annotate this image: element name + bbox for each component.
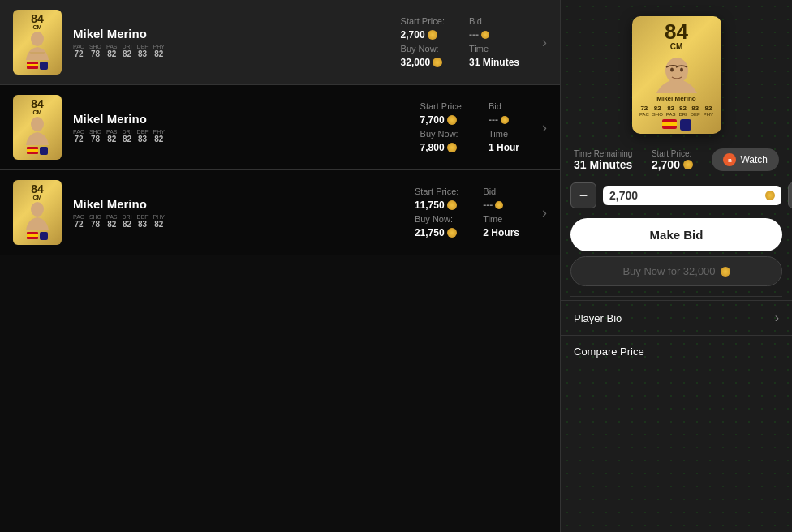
svg-point-1 [31,117,44,131]
price-col-bid-2: Bid --- Time 1 Hour [489,101,519,153]
card-rating-1: 84 [31,13,44,24]
large-card-container: 84 CM Mikel Merino 72PAC [561,0,792,142]
start-price-label-1: Start Price: [401,16,445,26]
coin-icon-2 [433,58,442,67]
large-card-rating: 84 [665,21,688,42]
player-row-1[interactable]: 84 CM Mikel Merino PAC72 SHO78 PAS82 DRI… [0,0,560,85]
time-value-1: 31 Minutes [469,57,519,68]
chevron-icon-3: › [542,204,547,221]
buy-now-coin-icon [721,267,730,277]
bid-minus-button[interactable]: − [570,182,596,208]
player-bio-row[interactable]: Player Bio › [561,300,792,335]
start-price-rp-value: 2,700 [652,158,693,171]
start-price-label-3: Start Price: [415,187,458,196]
player-card-mini-1: 84 CM [13,10,62,75]
player-bio-label: Player Bio [574,312,622,324]
start-price-col: Start Price: 2,700 [652,149,693,171]
flag-bar-2 [27,147,48,155]
start-price-rp-label: Start Price: [652,149,691,158]
flag-bar-3 [27,232,48,240]
buy-now-button[interactable]: Buy Now for 32,000 [570,256,782,286]
coin-icon-6 [501,116,509,124]
time-label-2: Time [489,129,519,139]
time-value-2: 1 Hour [489,142,519,153]
chevron-icon-1: › [542,34,547,51]
price-col-bid-3: Bid --- Time 2 Hours [483,187,519,238]
buy-now-label-1: Buy Now: [401,44,445,54]
card-position-3: CM [33,195,42,200]
coin-icon-1 [428,30,437,40]
start-price-number: 2,700 [652,158,680,171]
card-rating-3: 84 [31,183,44,195]
n-notification-icon: n [723,153,736,166]
left-panel-empty [0,255,560,532]
bid-coin-icon [765,191,775,200]
player-info-3: Mikel Merino PAC72 SHO78 PAS82 DRI82 DEF… [73,197,415,229]
info-row: Time Remaining 31 Minutes Start Price: 2… [561,142,792,178]
bid-value-3: --- [483,200,519,211]
svg-point-2 [31,202,44,217]
time-remaining-col: Time Remaining 31 Minutes [574,149,632,171]
buy-now-value-1: 32,000 [401,57,445,68]
buy-now-label-3: Buy Now: [415,214,458,224]
player-name-1: Mikel Merino [73,27,401,41]
bid-label-3: Bid [483,187,519,196]
fifa-card-large: 84 CM Mikel Merino 72PAC [632,16,721,134]
price-col-start-2: Start Price: 7,700 Buy Now: 7,800 [420,101,464,153]
compare-price-row[interactable]: Compare Price [561,335,792,367]
bid-input[interactable] [609,189,762,202]
price-col-start-3: Start Price: 11,750 Buy Now: 21,750 [415,187,458,238]
large-card-position: CM [670,42,683,51]
player-card-mini-3: 84 CM [13,180,62,245]
large-card-stats: 72PAC 82SHO 82PAS 82DRI 83DEF 82PHY [639,105,713,117]
player-row-2[interactable]: 84 CM Mikel Merino PAC72 SHO78 PAS82 DRI… [0,85,560,170]
player-silhouette-1 [21,31,54,60]
card-position-2: CM [33,109,42,115]
flag-bar-1 [27,62,48,70]
coin-icon-4 [447,115,457,125]
make-bid-button[interactable]: Make Bid [570,218,782,251]
player-silhouette-3 [21,201,54,230]
left-panel: 84 CM Mikel Merino PAC72 SHO78 PAS82 DRI… [0,0,560,532]
bid-input-container [603,186,781,205]
buy-now-text: Buy Now for 32,000 [622,265,715,277]
price-col-start-1: Start Price: 2,700 Buy Now: 32,000 [401,16,445,68]
right-panel-content: 84 CM Mikel Merino 72PAC [561,0,792,532]
svg-point-4 [670,68,674,72]
divider-1 [570,296,782,297]
bid-label-2: Bid [489,101,519,111]
chevron-icon-2: › [542,119,547,136]
bid-label-1: Bid [469,16,519,26]
start-price-value-3: 11,750 [415,200,458,211]
bid-plus-button[interactable]: + [788,182,792,208]
svg-point-5 [680,68,683,72]
player-name-3: Mikel Merino [73,197,415,211]
price-section-1: Start Price: 2,700 Buy Now: 32,000 Bid -… [401,16,519,68]
player-name-2: Mikel Merino [73,112,420,126]
player-info-2: Mikel Merino PAC72 SHO78 PAS82 DRI82 DEF… [73,112,420,144]
card-position-1: CM [33,24,42,30]
coin-icon-7 [447,200,457,210]
buy-now-value-3: 21,750 [415,227,458,238]
watch-button[interactable]: n Watch [712,148,779,171]
stats-row-1: PAC72 SHO78 PAS82 DRI82 DEF83 PHY82 [73,44,401,58]
card-rating-2: 84 [31,98,44,109]
stats-row-3: PAC72 SHO78 PAS82 DRI82 DEF83 PHY82 [73,214,415,229]
start-price-value-2: 7,700 [420,114,464,126]
player-bio-chevron: › [775,311,779,325]
coin-icon-rp [683,160,693,169]
large-card-flags [662,119,691,131]
coin-icon-3 [481,31,489,39]
time-remaining-label: Time Remaining [574,149,632,158]
coin-icon-8 [447,228,457,238]
time-label-3: Time [483,214,519,224]
svg-point-0 [31,32,44,46]
large-card-face [648,53,705,93]
price-col-bid-1: Bid --- Time 31 Minutes [469,16,519,68]
buy-now-label-2: Buy Now: [420,129,464,139]
player-card-mini-2: 84 CM [13,95,62,160]
player-silhouette-2 [21,116,54,145]
bid-value-2: --- [489,114,519,126]
right-panel: 84 CM Mikel Merino 72PAC [560,0,792,532]
player-row-3[interactable]: 84 CM Mikel Merino PAC72 SHO78 PAS82 DRI… [0,170,560,255]
